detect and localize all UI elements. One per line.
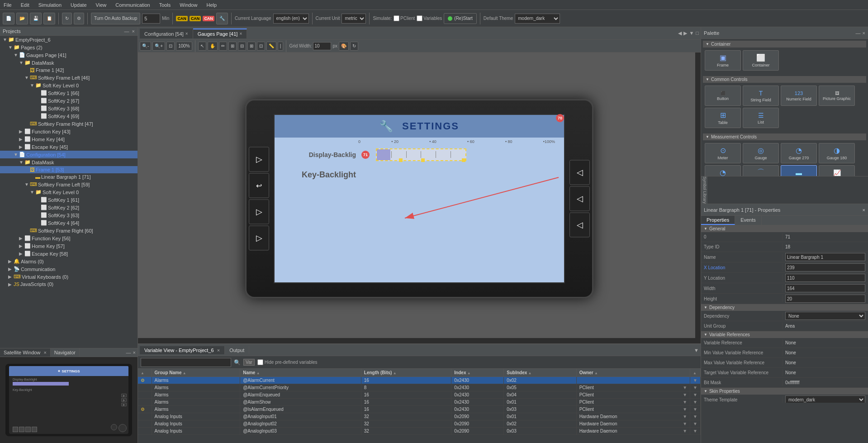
draw-btn[interactable]: ✏ [219, 42, 227, 51]
col-subindex[interactable]: SubIndex [504, 369, 576, 377]
var-search-input[interactable] [141, 358, 231, 367]
save-button[interactable]: 💾 [30, 13, 42, 24]
owner-expand[interactable]: ▼ [683, 385, 687, 390]
symbol-library[interactable]: Symbol Library [701, 176, 707, 204]
row-expand-arrow[interactable]: ▼ [693, 400, 697, 405]
col-icon[interactable] [138, 369, 152, 377]
tree-item-home2[interactable]: ▶⬜Home Key [57] [0, 242, 138, 250]
height-input[interactable] [785, 295, 865, 303]
table-row[interactable]: Alarms@AlarmEnqueued160x24300x04PClient▼… [138, 391, 701, 399]
output-tab[interactable]: Output [225, 346, 249, 354]
palette-item-numeric-field[interactable]: 123 Numeric Field [781, 86, 817, 106]
row-expand-arrow[interactable]: ▼ [693, 414, 697, 419]
theme-template-select[interactable]: modern_dark [785, 395, 865, 403]
palette-item-picture-graphic[interactable]: 🖼 Picture Graphic [819, 86, 855, 106]
owner-expand[interactable]: ▼ [683, 421, 687, 426]
palette-section-container-title[interactable]: Container [703, 41, 866, 48]
xloc-input[interactable] [785, 263, 865, 272]
tree-item-config54[interactable]: ▼📄Configuration [54] [0, 151, 138, 158]
props-section-general[interactable]: General [701, 225, 868, 232]
restart-button[interactable]: (Re)Start [444, 13, 477, 24]
tree-item-sk2[interactable]: ⬜SoftKey 2 [67] [0, 97, 138, 105]
tree-expand-function[interactable]: ▶ [19, 129, 24, 134]
tree-expand-datamask2[interactable]: ▼ [19, 160, 24, 165]
new-button[interactable]: 📄 [3, 13, 14, 24]
table-cell-action[interactable]: ▼ [690, 428, 701, 435]
palette-item-gauge-270[interactable]: ◔ Gauge 270 [781, 143, 817, 163]
col-group[interactable]: Group Name [152, 369, 240, 377]
navigator-tab[interactable]: Navigator [51, 348, 80, 357]
var-view-collapse[interactable]: ▼ [694, 348, 699, 353]
tree-item-sk4[interactable]: ⬜SoftKey 4 [69] [0, 112, 138, 120]
hide-predefined-checkbox[interactable] [257, 359, 263, 365]
palette-item-table[interactable]: ⊞ Table [705, 108, 741, 128]
lang-select[interactable]: english (en) [273, 14, 309, 24]
props-val-width[interactable] [783, 283, 868, 293]
tab-next[interactable]: ▶ [683, 30, 687, 36]
hide-predefined-label[interactable]: Hide pre-defined variables [257, 359, 318, 365]
theme-select[interactable]: modern_dark [515, 14, 560, 24]
satellite-tab-close[interactable]: × [43, 350, 46, 355]
menu-view[interactable]: View [94, 1, 109, 9]
menu-edit[interactable]: Edit [19, 1, 31, 9]
tree-expand-escape2[interactable]: ▶ [19, 251, 24, 256]
table-cell-action[interactable]: ▼ [690, 420, 701, 428]
palette-item-meter[interactable]: ⊙ Meter [705, 143, 741, 163]
props-val-height[interactable] [783, 294, 868, 304]
row-expand-arrow[interactable]: ▼ [693, 429, 697, 433]
tab-menu[interactable]: ▼ [689, 30, 694, 36]
dependency-select[interactable]: None [785, 312, 865, 320]
table-row[interactable]: Alarms@AlarmCurrentPriority80x24300x05PC… [138, 384, 701, 391]
table-cell-action[interactable]: ▼ [690, 406, 701, 413]
tree-item-func2[interactable]: ▶⬜Function Key [56] [0, 234, 138, 242]
props-val-dependency[interactable]: None [783, 311, 868, 321]
nav-left-2[interactable]: ▷ [249, 199, 269, 224]
palette-item-gauge-90[interactable]: ◔ Gauge 90 [705, 165, 741, 176]
table-row[interactable]: Analog Inputs@AnalogInput03320x20900x03H… [138, 428, 701, 435]
tree-expand-proj1[interactable]: ▼ [3, 37, 7, 42]
tree-expand-gauges[interactable]: ▼ [14, 52, 18, 57]
col-index[interactable]: Index [451, 369, 504, 377]
tab-configuration[interactable]: Configuration [54] × [140, 29, 193, 38]
nav-left-1[interactable]: ▷ [249, 147, 269, 171]
align-btn[interactable]: ⊞ [228, 42, 237, 51]
nav-right-2[interactable]: ◁ [569, 186, 590, 211]
palette-item-linear-bargraph[interactable]: ▬ Linear Bargraph [781, 165, 817, 176]
tree-item-sk61[interactable]: ⬜SoftKey 1 [61] [0, 196, 138, 204]
row-expand-arrow[interactable]: ▼ [693, 407, 697, 412]
props-section-dependency[interactable]: Dependency [701, 304, 868, 311]
props-section-skin[interactable]: Skin Properties [701, 388, 868, 395]
zoom-100-btn[interactable]: 100% [176, 42, 192, 51]
tree-item-sk62[interactable]: ⬜SoftKey 2 [62] [0, 204, 138, 211]
tree-item-softkey_fr[interactable]: ⌨Softkey Frame Right [47] [0, 120, 138, 128]
satellite-minimize[interactable]: — [126, 350, 131, 355]
owner-expand[interactable]: ▼ [683, 400, 687, 405]
table-cell-action[interactable]: ▼ [690, 413, 701, 420]
tree-expand-home[interactable]: ▶ [19, 137, 24, 142]
tree-expand-skl0[interactable]: ▼ [30, 83, 34, 88]
props-val-theme[interactable]: modern_dark [783, 395, 868, 403]
props-val-xloc[interactable] [783, 262, 868, 272]
col-owner[interactable]: Owner [576, 369, 690, 377]
projects-minimize[interactable]: — [124, 29, 129, 34]
tab-gauges-close[interactable]: × [239, 31, 242, 36]
pclient-checkbox-label[interactable]: PClient [394, 15, 415, 21]
tree-item-sk1[interactable]: ⬜SoftKey 1 [66] [0, 89, 138, 97]
tab-prev[interactable]: ◀ [678, 30, 682, 36]
canvas-scroll-v[interactable] [695, 52, 701, 338]
tree-item-skl02[interactable]: ▼📁Soft Key Level 0 [0, 188, 138, 196]
move-btn[interactable]: ✋ [208, 42, 218, 51]
open-button[interactable]: 📂 [16, 13, 28, 24]
var-view-tab[interactable]: Variable View - EmptyProject_6 × [140, 346, 225, 354]
palette-item-gauge[interactable]: ◎ Gauge [743, 143, 779, 163]
table-row[interactable]: Analog Inputs@AnalogInput01320x20900x01H… [138, 413, 701, 420]
tree-item-home[interactable]: ▶⬜Home Key [44] [0, 135, 138, 143]
tree-item-softkey_fl[interactable]: ▼⌨Softkey Frame Left [46] [0, 74, 138, 81]
tree-item-linear_bg[interactable]: ▬Linear Bargraph 1 [71] [0, 173, 138, 181]
pclient-checkbox[interactable] [394, 15, 399, 21]
tree-item-escape2[interactable]: ▶⬜Escape Key [58] [0, 250, 138, 257]
bargraph-track-1[interactable] [376, 148, 466, 161]
props-tab-properties[interactable]: Properties [701, 216, 735, 225]
tree-expand-skl02[interactable]: ▼ [30, 190, 34, 195]
tree-item-pages[interactable]: ▼📁Pages (2) [0, 43, 138, 51]
